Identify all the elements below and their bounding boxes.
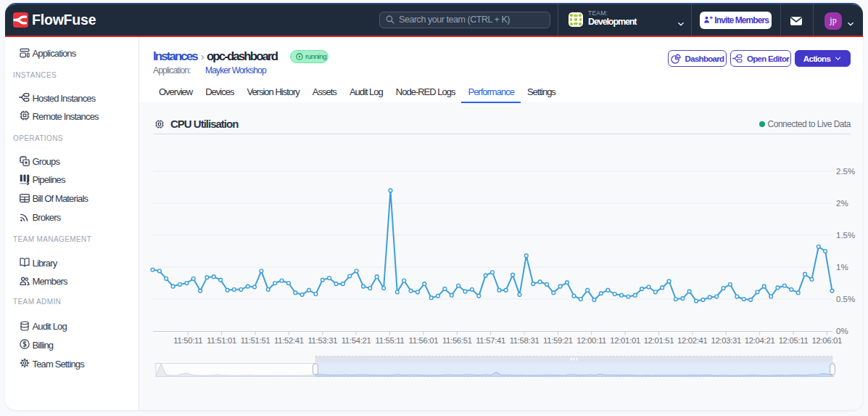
svg-text:11:50:11: 11:50:11 <box>173 336 202 345</box>
svg-text:12:06:01: 12:06:01 <box>812 336 843 345</box>
svg-text:11:54:21: 11:54:21 <box>342 336 371 345</box>
svg-text:0%: 0% <box>836 327 848 335</box>
svg-text:11:59:21: 11:59:21 <box>543 336 573 345</box>
svg-text:11:57:41: 11:57:41 <box>476 336 505 345</box>
svg-text:11:53:31: 11:53:31 <box>307 336 337 345</box>
svg-text:11:58:31: 11:58:31 <box>510 336 540 345</box>
svg-text:0.5%: 0.5% <box>836 295 855 303</box>
svg-text:11:55:11: 11:55:11 <box>376 336 405 345</box>
svg-text:1.5%: 1.5% <box>836 231 855 240</box>
svg-text:12:01:01: 12:01:01 <box>610 336 640 345</box>
svg-text:11:56:01: 11:56:01 <box>409 336 439 345</box>
svg-text:12:00:11: 12:00:11 <box>576 336 606 345</box>
svg-text:12:01:51: 12:01:51 <box>644 336 674 345</box>
svg-text:12:05:11: 12:05:11 <box>779 336 809 345</box>
svg-text:11:56:51: 11:56:51 <box>442 336 472 345</box>
svg-text:12:03:31: 12:03:31 <box>711 336 741 345</box>
svg-text:11:52:41: 11:52:41 <box>274 336 304 345</box>
svg-text:1%: 1% <box>836 263 848 272</box>
svg-text:11:51:51: 11:51:51 <box>241 336 270 345</box>
svg-text:2.5%: 2.5% <box>836 167 855 176</box>
svg-text:11:51:01: 11:51:01 <box>207 336 236 345</box>
svg-text:2%: 2% <box>836 199 848 208</box>
svg-text:12:04:21: 12:04:21 <box>745 336 775 345</box>
svg-text:12:02:41: 12:02:41 <box>677 336 708 345</box>
